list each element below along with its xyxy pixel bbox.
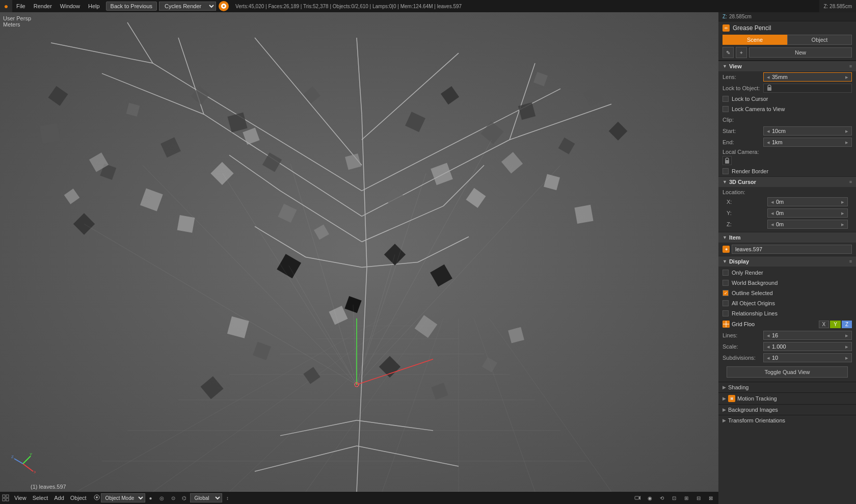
local-camera-row: Local Camera: — [718, 148, 856, 165]
axis-x-button[interactable]: X — [819, 321, 830, 328]
scale-value[interactable]: ◂ 1.000 ▸ — [763, 342, 852, 351]
lens-left-arrow: ◂ — [767, 74, 770, 81]
start-right-arrow: ▸ — [845, 128, 848, 135]
lock-cursor-checkbox[interactable] — [723, 96, 729, 102]
cursor-section-menu[interactable]: ≡ — [849, 179, 852, 184]
motion-tracking-icon: ▣ — [728, 395, 735, 402]
toggle-quad-button[interactable]: Toggle Quad View — [727, 366, 848, 378]
transform-orientations-section-header[interactable]: ▶ Transform Orientations — [718, 415, 856, 426]
scale-left-arrow: ◂ — [767, 343, 770, 350]
motion-tracking-collapse-icon: ▶ — [723, 396, 726, 401]
gp-pencil-icon[interactable]: ✎ — [723, 47, 734, 58]
only-render-row[interactable]: Only Render — [718, 268, 856, 278]
svg-rect-61 — [177, 215, 195, 233]
cx-left-arrow: ◂ — [771, 199, 774, 205]
view-section-header[interactable]: ▼ View ≡ — [718, 61, 856, 71]
snap-view-icon[interactable]: ⊡ — [668, 492, 680, 503]
render-icon[interactable] — [632, 492, 643, 503]
subdivisions-value[interactable]: ◂ 10 ▸ — [763, 353, 852, 362]
world-bg-checkbox[interactable] — [723, 280, 729, 286]
only-render-checkbox[interactable] — [723, 270, 729, 276]
lens-value[interactable]: ◂ 35mm ▸ — [763, 72, 852, 82]
item-section-header[interactable]: ▼ Item — [718, 232, 856, 243]
menu-file[interactable]: File — [12, 0, 30, 12]
clip-end-value[interactable]: ◂ 1km ▸ — [763, 138, 852, 147]
lock-camera-to-view-row[interactable]: Lock Camera to View — [718, 104, 856, 114]
end-right-arrow: ▸ — [845, 139, 848, 146]
grid-floor-icon[interactable] — [723, 321, 730, 328]
cursor-y-value[interactable]: ◂ 0m ▸ — [767, 208, 848, 218]
blender-logo-icon[interactable]: ● — [0, 0, 12, 12]
clip-label-row: Clip: — [718, 114, 856, 125]
gp-new-button[interactable]: New — [749, 47, 852, 58]
transform-icon[interactable]: ⟲ — [656, 492, 667, 503]
gp-add-icon[interactable]: + — [736, 47, 747, 58]
lens-label: Lens: — [723, 74, 763, 80]
clip-end-label: End: — [723, 139, 763, 145]
relationship-lines-row[interactable]: Relationship Lines — [718, 308, 856, 319]
svg-rect-116 — [3, 498, 5, 501]
only-render-label: Only Render — [732, 270, 763, 276]
cursor-z-value[interactable]: ◂ 0m ▸ — [767, 220, 848, 229]
view-dot-icon[interactable]: ● — [145, 492, 156, 503]
tab-object[interactable]: Object — [787, 35, 852, 45]
local-camera-input[interactable] — [723, 156, 732, 165]
display-section-header[interactable]: ▼ Display ≡ — [718, 256, 856, 267]
orientation-select[interactable]: Global Local Normal — [190, 493, 222, 502]
measure-icon[interactable]: ⊞ — [681, 492, 692, 503]
all-object-origins-row[interactable]: All Object Origins — [718, 298, 856, 308]
bottom-menu-object[interactable]: Object — [67, 495, 90, 501]
svg-rect-114 — [3, 495, 5, 497]
proportional-icon[interactable]: ⊙ — [168, 492, 179, 503]
tab-scene[interactable]: Scene — [723, 35, 787, 45]
lock-to-cursor-row[interactable]: Lock to Cursor — [718, 94, 856, 104]
view-section-menu[interactable]: ≡ — [849, 64, 852, 69]
transform-orientations-label: Transform Orientations — [728, 417, 785, 423]
lock-camera-checkbox[interactable] — [723, 106, 729, 112]
cursor-x-value[interactable]: ◂ 0m ▸ — [767, 197, 848, 206]
bottom-menu-add[interactable]: Add — [51, 495, 67, 501]
svg-marker-121 — [639, 496, 640, 500]
all-origins-checkbox[interactable] — [723, 300, 729, 306]
bottom-menu-view[interactable]: View — [11, 495, 30, 501]
shading-section-header[interactable]: ▶ Shading — [718, 382, 856, 392]
background-images-section-header[interactable]: ▶ Background Images — [718, 404, 856, 415]
menu-help[interactable]: Help — [84, 0, 104, 12]
orientation-icon[interactable]: ↕ — [222, 492, 233, 503]
cursor-y-label: Y: — [727, 210, 767, 216]
item-name-input[interactable]: leaves.597 — [732, 245, 852, 254]
menu-window[interactable]: Window — [56, 0, 84, 12]
extras-icon[interactable]: ⊟ — [693, 492, 704, 503]
cursor-x-row: X: ◂ 0m ▸ — [723, 196, 852, 207]
snap-settings-icon[interactable]: ⌬ — [179, 492, 190, 503]
cursor-3d-section-header[interactable]: ▼ 3D Cursor ≡ — [718, 176, 856, 187]
3d-viewport[interactable]: User Persp Meters X Y Z — [0, 12, 718, 492]
relationship-lines-checkbox[interactable] — [723, 310, 729, 316]
world-background-row[interactable]: World Background — [718, 278, 856, 288]
motion-tracking-section-header[interactable]: ▶ ▣ Motion Tracking — [718, 392, 856, 404]
render-border-checkbox[interactable] — [723, 168, 729, 174]
render-border-row[interactable]: Render Border — [718, 166, 856, 176]
lock-to-object-input[interactable] — [763, 84, 852, 93]
display-section-menu[interactable]: ≡ — [849, 259, 852, 264]
viewport-info: User Persp Meters — [3, 15, 31, 28]
toggle-quad-row: Toggle Quad View — [718, 363, 856, 381]
outline-selected-checkbox[interactable] — [723, 290, 729, 296]
viewport-icon[interactable] — [0, 492, 11, 503]
cy-left-arrow: ◂ — [771, 210, 774, 217]
lines-value[interactable]: ◂ 16 ▸ — [763, 331, 852, 340]
lock-to-object-label: Lock to Object: — [723, 85, 763, 91]
back-to-previous-button[interactable]: Back to Previous — [106, 2, 157, 11]
outline-selected-row[interactable]: Outline Selected — [718, 288, 856, 298]
menu-render[interactable]: Render — [30, 0, 56, 12]
axis-y-button[interactable]: Y — [830, 321, 841, 328]
view-section-title: View — [729, 63, 742, 69]
snap-icon[interactable]: ◎ — [156, 492, 168, 503]
axis-z-button[interactable]: Z — [842, 321, 852, 328]
render-engine-select[interactable]: Cycles Render Blender Render Blender Gam… — [159, 2, 216, 11]
more-icon[interactable]: ⊠ — [705, 492, 716, 503]
animation-icon[interactable]: ◉ — [644, 492, 655, 503]
mode-select[interactable]: Object Mode Edit Mode Sculpt Mode — [101, 493, 145, 502]
bottom-menu-select[interactable]: Select — [30, 495, 51, 501]
clip-start-value[interactable]: ◂ 10cm ▸ — [763, 126, 852, 136]
